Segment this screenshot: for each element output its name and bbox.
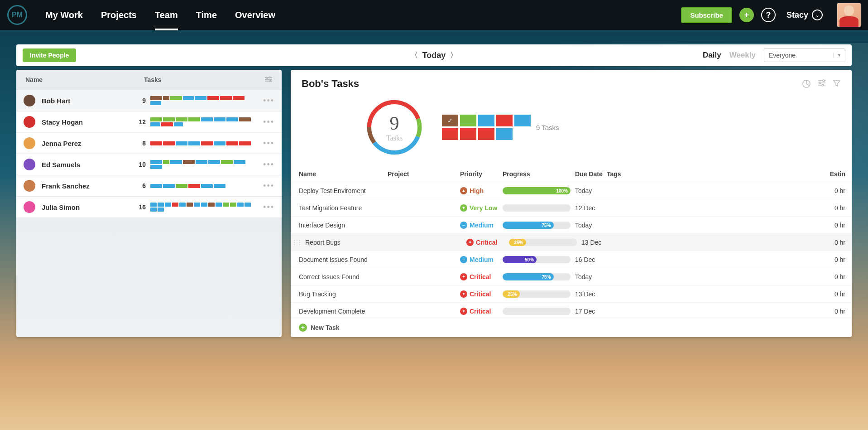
priority-icon: ✦ — [466, 239, 474, 246]
team-row[interactable]: Frank Sanchez6••• — [16, 175, 282, 197]
team-panel: Name Tasks Bob Hart9•••Stacy Hogan12•••J… — [16, 70, 282, 337]
task-count: 6 — [132, 182, 146, 189]
task-tile[interactable] — [460, 128, 476, 140]
col-header-progress: Progress — [503, 170, 575, 178]
avatar — [24, 159, 35, 170]
more-icon[interactable]: ••• — [263, 96, 274, 106]
new-task-button[interactable]: + New Task — [291, 318, 852, 337]
filter-dropdown[interactable]: Everyone — [764, 48, 845, 62]
task-priority: ✦Critical — [460, 273, 503, 280]
task-name: Report Bugs — [303, 239, 394, 246]
tasks-title: Bob's Tasks — [302, 78, 359, 90]
nav-link-projects[interactable]: Projects — [101, 10, 137, 30]
toggle-weekly[interactable]: Weekly — [729, 51, 756, 60]
task-count: 10 — [132, 161, 146, 168]
task-estimate: 0 hr — [820, 239, 845, 246]
invite-people-button[interactable]: Invite People — [23, 48, 76, 62]
more-icon[interactable]: ••• — [263, 117, 274, 127]
prev-day-button[interactable]: 〈 — [411, 51, 418, 60]
task-segments — [150, 203, 254, 212]
task-tile[interactable] — [496, 128, 513, 140]
help-icon: ? — [766, 10, 771, 20]
task-tile[interactable] — [478, 128, 494, 140]
settings-icon[interactable] — [264, 76, 273, 83]
member-name: Ed Samuels — [42, 161, 132, 169]
task-row[interactable]: Test Migration Feature▼Very Low12 Dec0 h… — [291, 199, 852, 217]
more-icon[interactable]: ••• — [263, 160, 274, 169]
task-estimate: 0 hr — [820, 204, 845, 212]
avatar — [24, 116, 35, 128]
tasks-donut: 9 Tasks — [365, 98, 424, 157]
task-progress: 25% — [503, 290, 575, 298]
task-table: Name Project Priority Progress Due Date … — [291, 166, 852, 318]
plus-icon: + — [299, 324, 307, 332]
task-row[interactable]: Deploy Test Enviroment▲High100%Today0 hr — [291, 182, 852, 199]
team-row[interactable]: Jenna Perez8••• — [16, 133, 282, 154]
chart-icon[interactable] — [802, 79, 811, 88]
task-due: 16 Dec — [575, 256, 607, 263]
next-day-button[interactable]: 〉 — [450, 51, 457, 60]
logo[interactable]: PM — [7, 5, 27, 25]
nav-link-time[interactable]: Time — [196, 10, 217, 30]
task-row[interactable]: Document Issues Found–Medium50%16 Dec0 h… — [291, 251, 852, 268]
task-tile[interactable] — [496, 115, 513, 126]
task-tile[interactable] — [460, 115, 476, 126]
task-priority: ✦Critical — [466, 239, 509, 246]
help-button[interactable]: ? — [761, 8, 776, 22]
nav-link-team[interactable]: Team — [155, 10, 178, 30]
drag-handle-icon[interactable]: ⋮⋮ — [292, 239, 302, 246]
filter-icon[interactable] — [833, 79, 841, 88]
task-tile[interactable] — [514, 115, 531, 126]
team-row[interactable]: Bob Hart9••• — [16, 90, 282, 111]
sliders-icon[interactable] — [817, 79, 826, 88]
task-progress: 25% — [509, 239, 581, 246]
donut-label: Tasks — [386, 134, 403, 142]
user-menu[interactable]: Stacy ⌄ — [786, 10, 823, 20]
task-estimate: 0 hr — [820, 308, 845, 315]
subscribe-button[interactable]: Subscribe — [681, 7, 732, 23]
nav-link-my-work[interactable]: My Work — [45, 10, 83, 30]
team-row[interactable]: Julia Simon16••• — [16, 197, 282, 218]
team-row[interactable]: Ed Samuels10••• — [16, 154, 282, 175]
task-row[interactable]: Interface Design–Medium75%Today0 hr — [291, 217, 852, 234]
task-count: 9 — [132, 97, 146, 104]
more-icon[interactable]: ••• — [263, 203, 274, 212]
task-row[interactable]: Correct Issues Found✦Critical75%Today0 h… — [291, 268, 852, 285]
member-name: Stacy Hogan — [42, 118, 132, 126]
task-priority: ▼Very Low — [460, 204, 503, 212]
chevron-down-icon: ⌄ — [812, 10, 823, 20]
svg-point-12 — [822, 84, 824, 86]
add-button[interactable]: + — [739, 8, 754, 22]
task-row[interactable]: Development Complete✦Critical17 Dec0 hr — [291, 303, 852, 318]
priority-icon: ✦ — [460, 290, 467, 298]
toggle-daily[interactable]: Daily — [703, 51, 721, 60]
new-task-label: New Task — [311, 324, 340, 331]
more-icon[interactable]: ••• — [263, 139, 274, 148]
task-tile[interactable]: ✓ — [442, 115, 458, 126]
task-estimate: 0 hr — [820, 222, 845, 229]
task-estimate: 0 hr — [820, 273, 845, 280]
svg-point-11 — [819, 82, 821, 84]
task-estimate: 0 hr — [820, 256, 845, 263]
avatar — [24, 180, 35, 192]
task-tile[interactable] — [478, 115, 494, 126]
task-name: Deploy Test Enviroment — [297, 187, 388, 194]
task-row[interactable]: ⋮⋮Report Bugs✦Critical25%13 Dec0 hr — [291, 234, 852, 251]
plus-icon: + — [744, 10, 749, 20]
team-row[interactable]: Stacy Hogan12••• — [16, 111, 282, 133]
task-tiles: ✓ — [442, 115, 531, 140]
avatar[interactable] — [837, 3, 861, 27]
priority-icon: ✦ — [460, 273, 467, 280]
task-estimate: 0 hr — [820, 290, 845, 298]
task-progress: 100% — [503, 187, 575, 194]
member-name: Julia Simon — [42, 203, 132, 211]
task-row[interactable]: Bug Tracking✦Critical25%13 Dec0 hr — [291, 285, 852, 303]
nav-link-overview[interactable]: Overview — [235, 10, 275, 30]
more-icon[interactable]: ••• — [263, 181, 274, 191]
task-tile[interactable] — [442, 128, 458, 140]
task-progress — [503, 308, 575, 315]
task-due: 12 Dec — [575, 204, 607, 212]
priority-icon: – — [460, 256, 467, 263]
task-segments — [150, 117, 254, 126]
task-priority: ✦Critical — [460, 290, 503, 298]
